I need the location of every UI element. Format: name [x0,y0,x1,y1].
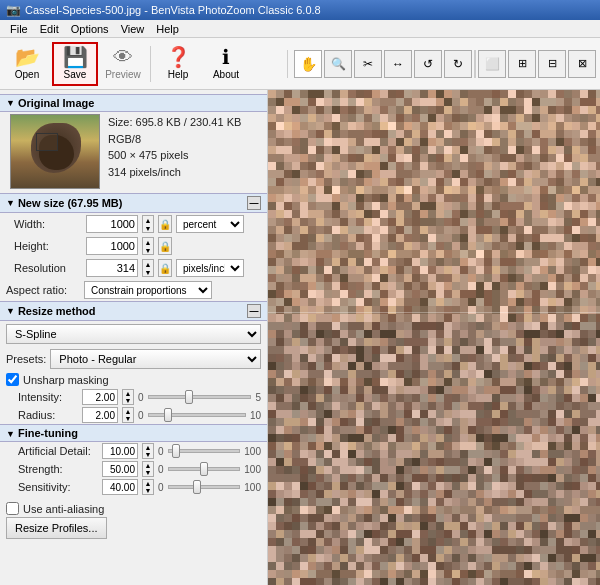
radius-thumb[interactable] [164,408,172,422]
width-down[interactable]: ▼ [143,224,153,232]
aspect-ratio-dropdown[interactable]: Constrain proportions Free [84,281,212,299]
menu-options[interactable]: Options [65,22,115,36]
unsharp-masking-checkbox[interactable] [6,373,19,386]
menu-edit[interactable]: Edit [34,22,65,36]
strength-spinner[interactable]: ▲ ▼ [142,461,154,477]
radius-down[interactable]: ▼ [123,415,133,422]
radius-spinner[interactable]: ▲ ▼ [122,407,134,423]
sensitivity-input[interactable] [102,479,138,495]
image-canvas[interactable] [268,90,600,585]
thumbnail-area: Size: 695.8 KB / 230.41 KB RGB/8 500 × 4… [0,112,267,193]
strength-max: 100 [244,464,261,475]
art-detail-thumb[interactable] [172,444,180,458]
res-lock[interactable]: 🔒 [158,259,172,277]
resolution-unit-dropdown[interactable]: pixels/inch pixels/cm [176,259,244,277]
menu-view[interactable]: View [115,22,151,36]
width-up[interactable]: ▲ [143,216,153,224]
resize-method-menu-btn[interactable]: — [247,304,261,318]
grid-view-tool[interactable]: ⊠ [568,50,596,78]
sensitivity-spinner[interactable]: ▲ ▼ [142,479,154,495]
res-down[interactable]: ▼ [143,268,153,276]
height-down[interactable]: ▼ [143,246,153,254]
rotate-left-tool[interactable]: ↺ [414,50,442,78]
intensity-up[interactable]: ▲ [123,390,133,397]
width-input[interactable] [86,215,138,233]
presets-dropdown[interactable]: Photo - Regular Photo - High Custom [50,349,261,369]
save-button[interactable]: 💾 Save [52,42,98,86]
menu-file[interactable]: File [4,22,34,36]
width-lock[interactable]: 🔒 [158,215,172,233]
radius-input[interactable] [82,407,118,423]
menu-help[interactable]: Help [150,22,185,36]
height-up[interactable]: ▲ [143,238,153,246]
rotate-right-tool[interactable]: ↻ [444,50,472,78]
intensity-max: 5 [255,392,261,403]
intensity-thumb[interactable] [185,390,193,404]
strength-down[interactable]: ▼ [143,469,153,476]
new-size-menu-btn[interactable]: — [247,196,261,210]
radius-up[interactable]: ▲ [123,408,133,415]
flip-tool[interactable]: ↔ [384,50,412,78]
height-row: Height: ▲ ▼ 🔒 [0,235,267,257]
help-button[interactable]: ❓ Help [155,42,201,86]
help-icon: ❓ [166,47,191,67]
intensity-input[interactable] [82,389,118,405]
radius-slider[interactable] [148,413,246,417]
height-lock[interactable]: 🔒 [158,237,172,255]
width-unit-dropdown[interactable]: percent pixels inches cm [176,215,244,233]
fine-tuning-label: Fine-tuning [18,427,78,439]
presets-row: Presets: Photo - Regular Photo - High Cu… [0,347,267,371]
strength-thumb[interactable] [200,462,208,476]
intensity-spinner[interactable]: ▲ ▼ [122,389,134,405]
resize-method-dropdown[interactable]: S-Spline S-Spline Max Lanczos [6,324,261,344]
res-up[interactable]: ▲ [143,260,153,268]
anti-aliasing-checkbox[interactable] [6,502,19,515]
sensitivity-up[interactable]: ▲ [143,480,153,487]
sensitivity-down[interactable]: ▼ [143,487,153,494]
width-spinner[interactable]: ▲ ▼ [142,215,154,233]
new-size-header[interactable]: ▼ New size (67.95 MB) — [0,193,267,213]
original-thumbnail [10,114,100,189]
sensitivity-min: 0 [158,482,164,493]
app-icon: 📷 [6,3,21,17]
artificial-detail-spinner[interactable]: ▲ ▼ [142,443,154,459]
fit-window-tool[interactable]: ⬜ [478,50,506,78]
preview-button[interactable]: 👁 Preview [100,42,146,86]
height-input[interactable] [86,237,138,255]
anti-aliasing-row: Use anti-aliasing [6,500,261,517]
resize-profiles-button[interactable]: Resize Profiles... [6,517,107,539]
sensitivity-label: Sensitivity: [18,481,98,493]
sensitivity-slider[interactable] [168,485,241,489]
art-detail-up[interactable]: ▲ [143,444,153,451]
move-tool[interactable]: ✋ [294,50,322,78]
strength-up[interactable]: ▲ [143,462,153,469]
resolution-row: Resolution ▲ ▼ 🔒 pixels/inch pixels/cm [0,257,267,279]
save-icon: 💾 [63,47,88,67]
sensitivity-thumb[interactable] [193,480,201,494]
fine-tuning-header[interactable]: ▼ Fine-tuning [0,424,267,442]
zoom-in-tool[interactable]: 🔍 [324,50,352,78]
artificial-detail-input[interactable] [102,443,138,459]
about-button[interactable]: ℹ About [203,42,249,86]
right-panel [268,90,600,585]
side-by-side-tool[interactable]: ⊞ [508,50,536,78]
presets-label: Presets: [6,353,46,365]
crop-tool[interactable]: ✂ [354,50,382,78]
original-image-header[interactable]: ▼ Original Image [0,94,267,112]
unsharp-masking-row: Unsharp masking [0,371,267,388]
height-spinner[interactable]: ▲ ▼ [142,237,154,255]
art-detail-max: 100 [244,446,261,457]
intensity-down[interactable]: ▼ [123,397,133,404]
resize-method-header[interactable]: ▼ Resize method — [0,301,267,321]
resolution-spinner[interactable]: ▲ ▼ [142,259,154,277]
intensity-min: 0 [138,392,144,403]
resolution-text: 314 pixels/inch [108,164,241,181]
artificial-detail-slider[interactable] [168,449,241,453]
intensity-slider[interactable] [148,395,252,399]
split-view-tool[interactable]: ⊟ [538,50,566,78]
resolution-input[interactable] [86,259,138,277]
art-detail-down[interactable]: ▼ [143,451,153,458]
open-button[interactable]: 📂 Open [4,42,50,86]
strength-slider[interactable] [168,467,241,471]
strength-input[interactable] [102,461,138,477]
